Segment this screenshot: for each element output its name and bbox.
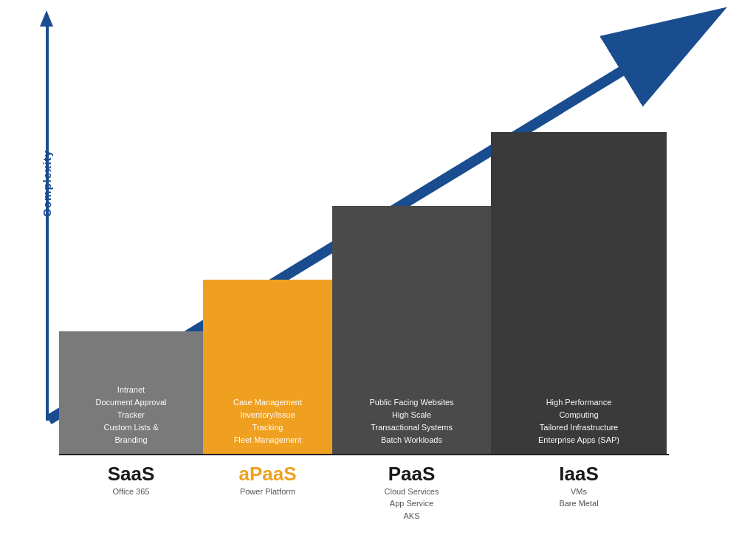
bar-iaas-item-4: Enterprise Apps (SAP) [538, 434, 619, 446]
label-paas-sub: Cloud ServicesApp ServiceAKS [385, 486, 439, 522]
baseline [59, 454, 669, 455]
bars-container: Intranet Document Approval Tracker Custo… [59, 132, 667, 455]
label-paas: PaaS Cloud ServicesApp ServiceAKS [332, 463, 491, 522]
bar-apaas-item-2: Inventory/Issue [233, 409, 302, 421]
bar-saas-content: Intranet Document Approval Tracker Custo… [96, 384, 167, 446]
bar-paas-content: Public Facing Websites High Scale Transa… [369, 396, 453, 446]
y-axis-label: Complexity [41, 150, 53, 217]
label-iaas-main: IaaS [559, 463, 599, 486]
bar-saas-item-1: Intranet [96, 384, 167, 396]
label-paas-main: PaaS [388, 463, 436, 486]
label-apaas-main: aPaaS [238, 463, 296, 486]
bar-iaas-item-3: Tailored Infrastructure [538, 421, 619, 434]
bar-iaas-item-2: Computing [538, 409, 619, 421]
y-axis-arrow [40, 10, 53, 27]
y-axis [46, 22, 49, 421]
bar-iaas-item-1: High Performance [538, 396, 619, 409]
bar-saas-item-4: Custom Lists & [96, 421, 167, 434]
label-saas: SaaS Office 365 [59, 463, 203, 522]
label-apaas-sub: Power Platform [240, 486, 295, 498]
bar-saas-item-2: Document Approval [96, 396, 167, 409]
bar-saas-item-5: Branding [96, 434, 167, 446]
bar-apaas-item-3: Tracking [233, 421, 302, 434]
chart-wrapper: Complexity Intranet Document Approval Tr… [0, 0, 756, 535]
bar-apaas-item-4: Fleet Management [233, 434, 302, 446]
bar-saas-item-3: Tracker [96, 409, 167, 421]
label-saas-main: SaaS [108, 463, 155, 486]
bar-apaas: Case Management Inventory/Issue Tracking… [203, 280, 332, 455]
bar-paas-item-4: Batch Workloads [369, 434, 453, 446]
bar-apaas-item-1: Case Management [233, 396, 302, 409]
label-saas-sub: Office 365 [113, 486, 150, 498]
label-iaas-sub: VMsBare Metal [559, 486, 598, 510]
bar-iaas-content: High Performance Computing Tailored Infr… [538, 396, 619, 446]
bar-paas-item-2: High Scale [369, 409, 453, 421]
bar-saas: Intranet Document Approval Tracker Custo… [59, 331, 203, 455]
bar-paas: Public Facing Websites High Scale Transa… [332, 206, 491, 455]
label-apaas: aPaaS Power Platform [203, 463, 332, 522]
bar-apaas-content: Case Management Inventory/Issue Tracking… [233, 396, 302, 446]
label-iaas: IaaS VMsBare Metal [491, 463, 667, 522]
bar-iaas: High Performance Computing Tailored Infr… [491, 132, 667, 455]
bar-paas-item-1: Public Facing Websites [369, 396, 453, 409]
labels-row: SaaS Office 365 aPaaS Power Platform Paa… [59, 463, 669, 522]
bar-paas-item-3: Transactional Systems [369, 421, 453, 434]
